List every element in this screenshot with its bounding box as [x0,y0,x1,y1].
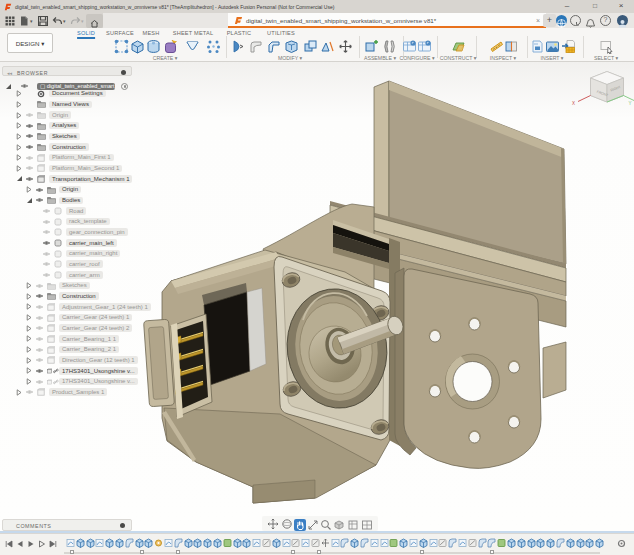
svg-text:Y: Y [629,101,632,106]
svg-text:X: X [572,101,575,106]
